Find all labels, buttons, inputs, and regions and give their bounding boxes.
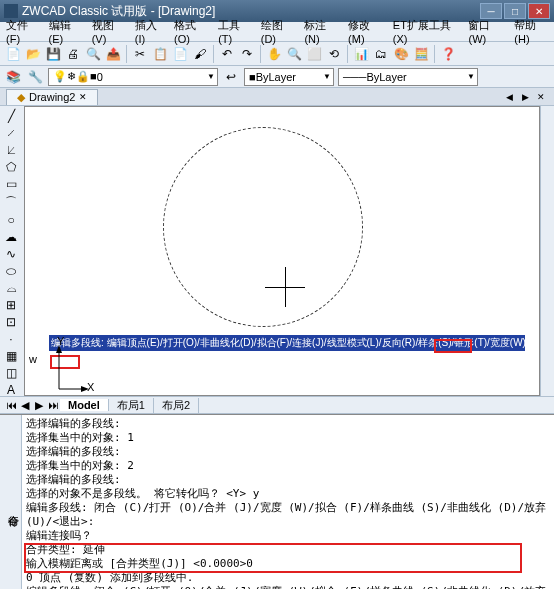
- tab-close-icon[interactable]: ✕: [79, 92, 87, 102]
- tab-nav-right[interactable]: ▶: [518, 90, 532, 104]
- line-icon[interactable]: ╱: [2, 108, 20, 124]
- layer-bar: 📚 🔧 💡❄🔒■ 0▼ ↩ ■ ByLayer▼ ─── ByLayer▼: [0, 66, 554, 88]
- minimize-button[interactable]: ─: [480, 3, 502, 19]
- redo-icon[interactable]: ↷: [238, 45, 256, 63]
- menu-draw[interactable]: 绘图(D): [261, 18, 295, 45]
- document-tabs: ◆ Drawing2 ✕ ◀ ▶ ✕: [0, 88, 554, 106]
- revcloud-icon[interactable]: ☁: [2, 229, 20, 245]
- print-icon[interactable]: 🖨: [64, 45, 82, 63]
- layer-states-icon[interactable]: 🔧: [26, 68, 44, 86]
- zoom-prev-icon[interactable]: ⟲: [325, 45, 343, 63]
- command-side-label: 命令行: [0, 415, 22, 589]
- menu-edit[interactable]: 编辑(E): [49, 18, 82, 45]
- tab-layout2[interactable]: 布局2: [154, 398, 199, 413]
- menu-format[interactable]: 格式(O): [174, 18, 208, 45]
- publish-icon[interactable]: 📤: [104, 45, 122, 63]
- menu-view[interactable]: 视图(V): [92, 18, 125, 45]
- layout-nav-last[interactable]: ⏭: [46, 399, 60, 412]
- menubar: 文件(F) 编辑(E) 视图(V) 插入(I) 格式(O) 工具(T) 绘图(D…: [0, 22, 554, 42]
- tab-model[interactable]: Model: [60, 399, 109, 411]
- save-icon[interactable]: 💾: [44, 45, 62, 63]
- menu-dimension[interactable]: 标注(N): [304, 18, 338, 45]
- ellipse-icon[interactable]: ⬭: [2, 263, 20, 279]
- layer-prev-icon[interactable]: ↩: [222, 68, 240, 86]
- tab-layout1[interactable]: 布局1: [109, 398, 154, 413]
- spline-icon[interactable]: ∿: [2, 246, 20, 262]
- menu-file[interactable]: 文件(F): [6, 18, 39, 45]
- calc-icon[interactable]: 🧮: [412, 45, 430, 63]
- inline-input[interactable]: w: [29, 353, 37, 365]
- tool-palette-icon[interactable]: 🎨: [392, 45, 410, 63]
- drawing-canvas[interactable]: 编辑多段线: 编辑顶点(E)/打开(O)/非曲线化(D)/拟合(F)/连接(J)…: [24, 106, 540, 396]
- linetype-dropdown[interactable]: ─── ByLayer▼: [338, 68, 478, 86]
- design-center-icon[interactable]: 🗂: [372, 45, 390, 63]
- menu-insert[interactable]: 插入(I): [135, 18, 164, 45]
- layout-nav-prev[interactable]: ◀: [18, 399, 32, 412]
- hatch-icon[interactable]: ▦: [2, 348, 20, 364]
- polyline-icon[interactable]: ⟀: [2, 142, 20, 158]
- zoom-rt-icon[interactable]: 🔍: [285, 45, 303, 63]
- xline-icon[interactable]: ⟋: [2, 125, 20, 141]
- color-dropdown[interactable]: ■ ByLayer▼: [244, 68, 334, 86]
- draw-toolbar: ╱ ⟋ ⟀ ⬠ ▭ ⌒ ○ ☁ ∿ ⬭ ⌓ ⊞ ⊡ · ▦ ◫ A: [0, 106, 24, 396]
- layer-manager-icon[interactable]: 📚: [4, 68, 22, 86]
- zoom-win-icon[interactable]: ⬜: [305, 45, 323, 63]
- point-icon[interactable]: ·: [2, 331, 20, 347]
- tab-drawing2[interactable]: ◆ Drawing2 ✕: [6, 89, 98, 105]
- properties-icon[interactable]: 📊: [352, 45, 370, 63]
- window-title: ZWCAD Classic 试用版 - [Drawing2]: [22, 3, 480, 20]
- copy-icon[interactable]: 📋: [151, 45, 169, 63]
- help-icon[interactable]: ❓: [439, 45, 457, 63]
- paste-icon[interactable]: 📄: [171, 45, 189, 63]
- highlight-command-input: [24, 543, 522, 573]
- polygon-icon[interactable]: ⬠: [2, 159, 20, 175]
- open-icon[interactable]: 📂: [24, 45, 42, 63]
- layout-nav-first[interactable]: ⏮: [4, 399, 18, 412]
- highlight-width-option: [434, 339, 472, 353]
- arc-icon[interactable]: ⌒: [2, 193, 20, 211]
- layer-dropdown[interactable]: 💡❄🔒■ 0▼: [48, 68, 218, 86]
- tab-nav-left[interactable]: ◀: [502, 90, 516, 104]
- app-icon: [4, 4, 18, 18]
- drawn-circle: [163, 127, 363, 327]
- rectangle-icon[interactable]: ▭: [2, 176, 20, 192]
- insert-block-icon[interactable]: ⊞: [2, 297, 20, 313]
- scrollbar-vertical[interactable]: [540, 106, 554, 396]
- text-icon[interactable]: A: [2, 382, 20, 398]
- work-area: ╱ ⟋ ⟀ ⬠ ▭ ⌒ ○ ☁ ∿ ⬭ ⌓ ⊞ ⊡ · ▦ ◫ A 编辑多段线:…: [0, 106, 554, 396]
- menu-et-tools[interactable]: ET扩展工具(X): [393, 18, 459, 45]
- menu-help[interactable]: 帮助(H): [514, 18, 548, 45]
- menu-window[interactable]: 窗口(W): [468, 18, 504, 45]
- make-block-icon[interactable]: ⊡: [2, 314, 20, 330]
- toolbar-standard: 📄 📂 💾 🖨 🔍 📤 ✂ 📋 📄 🖌 ↶ ↷ ✋ 🔍 ⬜ ⟲ 📊 🗂 🎨 🧮 …: [0, 42, 554, 66]
- pan-icon[interactable]: ✋: [265, 45, 283, 63]
- region-icon[interactable]: ◫: [2, 365, 20, 381]
- tab-nav-close[interactable]: ✕: [534, 90, 548, 104]
- layout-nav-next[interactable]: ▶: [32, 399, 46, 412]
- cut-icon[interactable]: ✂: [131, 45, 149, 63]
- new-icon[interactable]: 📄: [4, 45, 22, 63]
- undo-icon[interactable]: ↶: [218, 45, 236, 63]
- menu-tools[interactable]: 工具(T): [218, 18, 251, 45]
- preview-icon[interactable]: 🔍: [84, 45, 102, 63]
- ellipse-arc-icon[interactable]: ⌓: [2, 280, 20, 296]
- menu-modify[interactable]: 修改(M): [348, 18, 383, 45]
- layout-tabs: ⏮ ◀ ▶ ⏭ Model 布局1 布局2: [0, 396, 554, 414]
- match-icon[interactable]: 🖌: [191, 45, 209, 63]
- close-button[interactable]: ✕: [528, 3, 550, 19]
- maximize-button[interactable]: □: [504, 3, 526, 19]
- circle-icon[interactable]: ○: [2, 212, 20, 228]
